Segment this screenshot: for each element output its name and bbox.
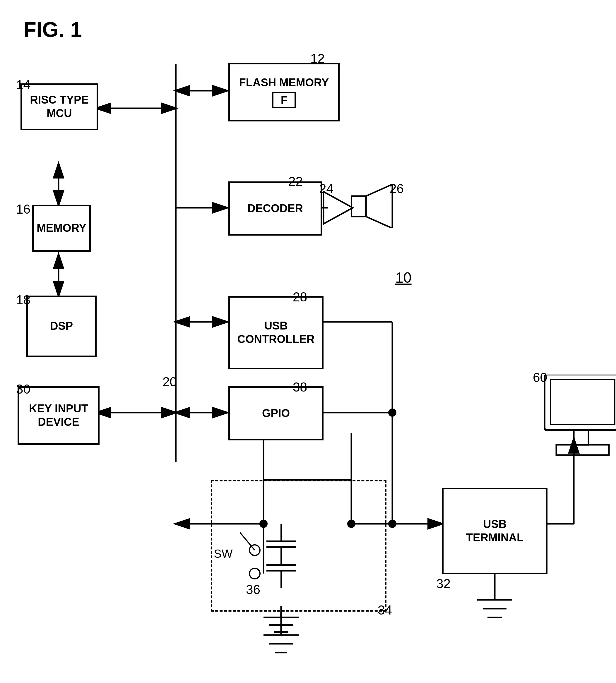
svg-point-20 — [388, 409, 396, 417]
ref-speaker: 26 — [389, 181, 404, 196]
ref-usb-controller: 28 — [293, 290, 307, 304]
usb-terminal-box: USB TERMINAL — [442, 488, 548, 574]
system-label: 10 — [395, 269, 412, 286]
ref-flash: 12 — [310, 51, 325, 66]
svg-rect-48 — [550, 379, 615, 425]
ref-risc: 14 — [16, 77, 30, 92]
flash-memory-box: FLASH MEMORY F — [228, 63, 339, 121]
figure-title: FIG. 1 — [23, 18, 82, 42]
svg-rect-47 — [545, 374, 616, 430]
sw-label: SW — [214, 547, 233, 561]
ref-key-input: 30 — [16, 382, 30, 396]
ref-bus: 20 — [162, 374, 177, 389]
computer-symbol — [539, 374, 616, 468]
ref-amplifier: 24 — [319, 181, 333, 196]
memory-box: MEMORY — [32, 205, 91, 252]
svg-rect-45 — [351, 196, 366, 217]
usb-controller-box: USB CONTROLLER — [228, 296, 324, 369]
decoder-box: DECODER — [228, 181, 322, 235]
ref-memory: 16 — [16, 202, 30, 217]
capacitor-symbols — [258, 524, 316, 606]
dsp-box: DSP — [26, 296, 96, 357]
ref-usb-terminal: 32 — [436, 576, 450, 591]
ref-decoder: 22 — [288, 174, 303, 189]
ref-computer: 60 — [533, 370, 547, 385]
ref-gpio: 38 — [293, 380, 307, 394]
svg-point-32 — [388, 520, 396, 528]
ref-circuit-box: 34 — [378, 603, 392, 617]
svg-rect-50 — [556, 445, 609, 455]
gpio-box: GPIO — [228, 386, 324, 440]
ref-dsp: 18 — [16, 293, 30, 307]
diagram-container: FIG. 1 — [0, 0, 616, 683]
flash-f-label: F — [281, 94, 287, 107]
svg-marker-44 — [324, 192, 353, 224]
svg-marker-46 — [366, 184, 392, 228]
svg-rect-49 — [574, 430, 589, 445]
risc-mcu-box: RISC TYPE MCU — [21, 84, 98, 130]
ground-symbol-main — [258, 606, 316, 653]
